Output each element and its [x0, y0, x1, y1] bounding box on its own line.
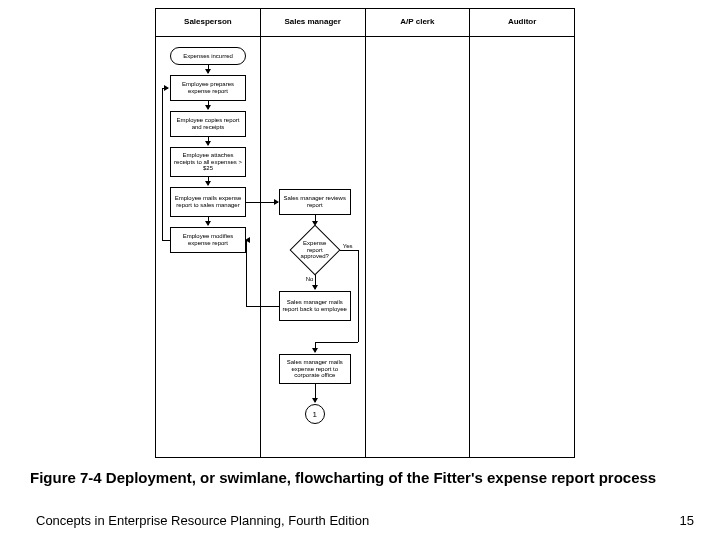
start-node: Expenses incurred — [170, 47, 246, 65]
step-attach-receipts: Employee attaches receipts to all expens… — [170, 147, 246, 177]
step-copy-report: Employee copies report and receipts — [170, 111, 246, 137]
page-number: 15 — [680, 513, 694, 528]
lane-auditor — [470, 37, 574, 457]
lane-bodies: Expenses incurred Employee prepares expe… — [156, 37, 574, 457]
lane-header-ap-clerk: A/P clerk — [366, 9, 471, 36]
footer-text: Concepts in Enterprise Resource Planning… — [36, 513, 369, 528]
lane-header-auditor: Auditor — [470, 9, 574, 36]
decision-yes-label: Yes — [343, 243, 353, 249]
step-mail-back: Sales manager mails report back to emplo… — [279, 291, 351, 321]
swimlane-diagram: Salesperson Sales manager A/P clerk Audi… — [155, 8, 575, 458]
lane-sales-manager: Sales manager reviews report Expense rep… — [261, 37, 366, 457]
step-mail-to-manager: Employee mails expense report to sales m… — [170, 187, 246, 217]
step-prepare-report: Employee prepares expense report — [170, 75, 246, 101]
lane-headers: Salesperson Sales manager A/P clerk Audi… — [156, 9, 574, 37]
step-manager-reviews: Sales manager reviews report — [279, 189, 351, 215]
decision-no-label: No — [306, 276, 314, 282]
lane-header-sales-manager: Sales manager — [261, 9, 366, 36]
lane-ap-clerk — [366, 37, 471, 457]
step-modify-report: Employee modifies expense report — [170, 227, 246, 253]
lane-header-salesperson: Salesperson — [156, 9, 261, 36]
connector-1: 1 — [305, 404, 325, 424]
decision-approved: Expense report approved? — [290, 225, 340, 275]
figure-caption: Figure 7-4 Deployment, or swimlane, flow… — [30, 468, 670, 488]
slide: Salesperson Sales manager A/P clerk Audi… — [0, 0, 720, 540]
step-mail-to-corporate: Sales manager mails expense report to co… — [279, 354, 351, 384]
